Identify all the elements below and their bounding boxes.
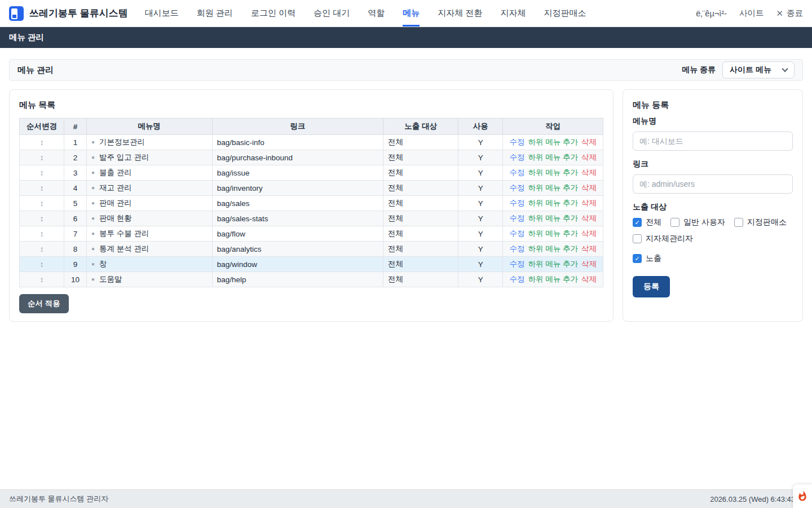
row-cell-reorder: ↕	[20, 242, 64, 257]
debug-toolbar-button[interactable]	[793, 484, 812, 508]
add-submenu-link[interactable]: 하위 메뉴 추가	[528, 168, 578, 177]
row-cell-link: bag/analytics	[212, 242, 383, 257]
delete-link[interactable]: 삭제	[581, 244, 597, 253]
edit-link[interactable]: 수정	[509, 275, 524, 283]
menu-register-card: 메뉴 등록 메뉴명 링크 노출 대상 ✓전체일반 사용자지정판매소지자체관리자 …	[623, 89, 803, 322]
nav-item-3[interactable]: 승인 대기	[314, 0, 350, 27]
nav-item-6[interactable]: 지자체 전환	[438, 0, 482, 27]
delete-link[interactable]: 삭제	[581, 260, 597, 268]
add-submenu-link[interactable]: 하위 메뉴 추가	[528, 183, 578, 192]
add-submenu-link[interactable]: 하위 메뉴 추가	[528, 153, 578, 161]
nav-item-8[interactable]: 지정판매소	[544, 0, 586, 27]
row-cell-target: 전체	[383, 257, 458, 272]
row-cell-target: 전체	[383, 196, 458, 211]
edit-link[interactable]: 수정	[509, 153, 524, 161]
edit-link[interactable]: 수정	[509, 229, 524, 238]
row-cell-link: bag/sales	[212, 196, 383, 211]
menu-type-select[interactable]: 사이트 메뉴	[722, 62, 795, 78]
brand[interactable]: 쓰레기봉투 물류시스템	[9, 0, 128, 27]
add-submenu-link[interactable]: 하위 메뉴 추가	[528, 199, 578, 207]
delete-link[interactable]: 삭제	[581, 138, 597, 146]
menu-name-text: 창	[99, 260, 107, 268]
delete-link[interactable]: 삭제	[581, 183, 597, 192]
edit-link[interactable]: 수정	[509, 244, 524, 253]
add-submenu-link[interactable]: 하위 메뉴 추가	[528, 229, 578, 238]
target-checkboxes: ✓전체일반 사용자지정판매소지자체관리자	[633, 217, 793, 244]
register-button[interactable]: 등록	[633, 276, 670, 297]
reorder-handle-icon[interactable]: ↕	[40, 199, 44, 208]
nav-item-4[interactable]: 역할	[368, 0, 385, 27]
table-row: ↕5●판매 관리bag/sales전체Y수정하위 메뉴 추가삭제	[20, 196, 603, 211]
menu-name-input[interactable]	[633, 132, 793, 151]
row-cell-actions: 수정하위 메뉴 추가삭제	[503, 211, 603, 226]
row-cell-actions: 수정하위 메뉴 추가삭제	[503, 226, 603, 242]
toolbar: 메뉴 관리 메뉴 종류 사이트 메뉴	[9, 59, 803, 81]
delete-link[interactable]: 삭제	[581, 214, 597, 222]
row-cell-link: bag/basic-info	[212, 135, 383, 150]
delete-link[interactable]: 삭제	[581, 275, 597, 283]
menu-name-text: 도움말	[99, 275, 122, 283]
column-header-2: 메뉴명	[87, 119, 213, 135]
nav-item-7[interactable]: 지자체	[500, 0, 526, 27]
nav-item-5[interactable]: 메뉴	[403, 0, 420, 27]
add-submenu-link[interactable]: 하위 메뉴 추가	[528, 138, 578, 146]
table-row: ↕7●봉투 수불 관리bag/flow전체Y수정하위 메뉴 추가삭제	[20, 226, 603, 242]
reorder-handle-icon[interactable]: ↕	[40, 214, 44, 223]
menu-link-input[interactable]	[633, 174, 793, 194]
row-cell-number: 9	[64, 257, 87, 272]
row-cell-actions: 수정하위 메뉴 추가삭제	[503, 135, 603, 150]
checkbox-label: 지자체관리자	[646, 234, 693, 244]
site-link[interactable]: 사이트	[739, 8, 764, 19]
expose-checkbox[interactable]: ✓노출	[633, 253, 661, 264]
reorder-handle-icon[interactable]: ↕	[40, 275, 44, 284]
reorder-handle-icon[interactable]: ↕	[40, 245, 44, 253]
reorder-handle-icon[interactable]: ↕	[40, 230, 44, 238]
edit-link[interactable]: 수정	[509, 168, 524, 177]
delete-link[interactable]: 삭제	[581, 229, 597, 238]
nav-item-1[interactable]: 회원 관리	[197, 0, 233, 27]
reorder-handle-icon[interactable]: ↕	[40, 184, 44, 192]
row-cell-link: bag/purchase-inbound	[212, 150, 383, 165]
reorder-handle-icon[interactable]: ↕	[40, 138, 44, 147]
row-cell-reorder: ↕	[20, 211, 64, 226]
edit-link[interactable]: 수정	[509, 183, 524, 192]
reorder-handle-icon[interactable]: ↕	[40, 260, 44, 269]
target-checkbox-1[interactable]: 일반 사용자	[670, 217, 725, 227]
current-user-label: ë‚¨êµ¬ì²-	[696, 9, 727, 18]
target-checkbox-0[interactable]: ✓전체	[633, 217, 661, 227]
row-cell-target: 전체	[383, 242, 458, 257]
delete-link[interactable]: 삭제	[581, 199, 597, 207]
row-cell-use: Y	[458, 226, 503, 242]
row-cell-reorder: ↕	[20, 196, 64, 211]
apply-order-button[interactable]: 순서 적용	[19, 294, 69, 313]
target-checkbox-2[interactable]: 지정판매소	[734, 217, 787, 227]
edit-link[interactable]: 수정	[509, 214, 524, 222]
table-row: ↕3●불출 관리bag/issue전체Y수정하위 메뉴 추가삭제	[20, 165, 603, 181]
add-submenu-link[interactable]: 하위 메뉴 추가	[528, 260, 578, 268]
reorder-handle-icon[interactable]: ↕	[40, 154, 44, 162]
reorder-handle-icon[interactable]: ↕	[40, 169, 44, 177]
edit-link[interactable]: 수정	[509, 138, 524, 146]
add-submenu-link[interactable]: 하위 메뉴 추가	[528, 214, 578, 222]
delete-link[interactable]: 삭제	[581, 153, 597, 161]
column-header-1: #	[64, 119, 87, 135]
menu-table-header-row: 순서변경#메뉴명링크노출 대상사용작업	[20, 119, 603, 135]
add-submenu-link[interactable]: 하위 메뉴 추가	[528, 244, 578, 253]
add-submenu-link[interactable]: 하위 메뉴 추가	[528, 275, 578, 283]
exit-button[interactable]: ✕ 종료	[776, 8, 803, 19]
row-cell-actions: 수정하위 메뉴 추가삭제	[503, 242, 603, 257]
page-header-bar: 메뉴 관리	[0, 27, 812, 48]
row-cell-link: bag/help	[212, 272, 383, 287]
flame-icon	[797, 491, 808, 502]
table-row: ↕8●통계 분석 관리bag/analytics전체Y수정하위 메뉴 추가삭제	[20, 242, 603, 257]
row-cell-link: bag/flow	[212, 226, 383, 242]
edit-link[interactable]: 수정	[509, 260, 524, 268]
target-checkbox-3[interactable]: 지자체관리자	[633, 234, 693, 244]
nav-item-0[interactable]: 대시보드	[145, 0, 179, 27]
column-header-6: 작업	[503, 119, 603, 135]
nav-right: ë‚¨êµ¬ì²- 사이트 ✕ 종료	[696, 0, 803, 27]
nav-item-2[interactable]: 로그인 이력	[251, 0, 295, 27]
delete-link[interactable]: 삭제	[581, 168, 597, 177]
edit-link[interactable]: 수정	[509, 199, 524, 207]
row-cell-name: ●도움말	[87, 272, 213, 287]
